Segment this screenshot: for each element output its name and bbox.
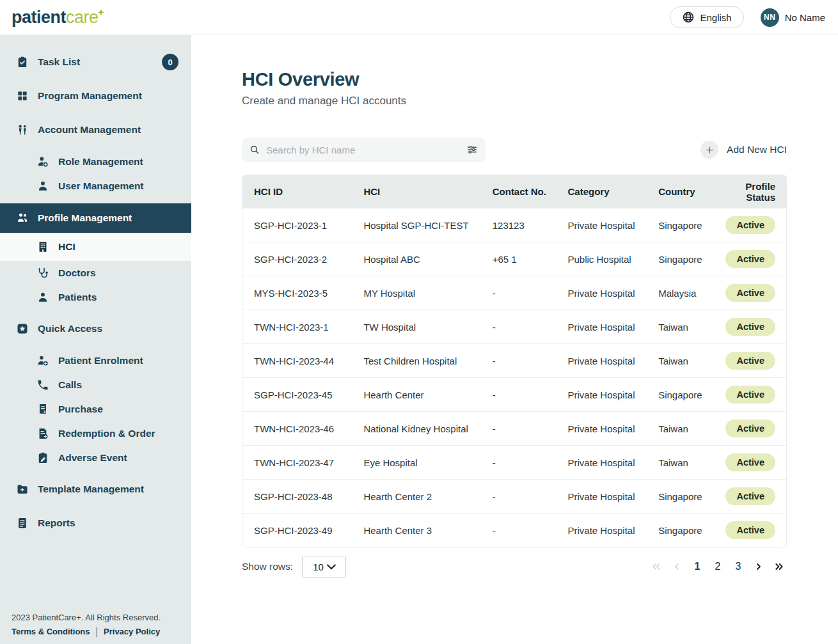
page-1-button[interactable]: 1 [690,559,705,574]
col-header-hci-id: HCI ID [242,175,352,208]
chevron-down-icon [325,563,338,570]
cell-category: Private Hospital [556,208,647,242]
cell-status: Active [714,479,786,513]
previous-page-button[interactable] [669,559,684,574]
report-document-icon [16,517,29,530]
cell-hci-id: MYS-HCI-2023-5 [242,276,352,310]
cell-hci-id: SGP-HCI-2023-1 [242,208,352,242]
cell-country: Taiwan [647,445,714,479]
sidebar-item-label: Program Management [38,90,142,102]
cell-hci-id: SGP-HCI-2023-45 [242,377,352,411]
table-row[interactable]: SGP-HCI-2023-1 Hospital SGP-HCI-TEST 123… [242,208,786,242]
sidebar-footer: 2023 PatientCare+. All Rights Reserved. … [12,611,161,639]
cell-contact: - [481,276,557,310]
cell-country: Taiwan [647,411,714,445]
sidebar-item-reports[interactable]: Reports [0,509,191,537]
col-header-country: Country [647,175,714,208]
cell-category: Private Hospital [556,310,647,343]
table-row[interactable]: SGP-HCI-2023-48 Hearth Center 2 - Privat… [242,479,786,513]
user-name: No Name [785,12,825,23]
terms-link[interactable]: Terms & Conditions [12,625,90,639]
sidebar-item-label: Patients [58,292,97,303]
sidebar-item-hci[interactable]: HCI [0,233,191,261]
globe-icon [682,12,695,23]
sidebar-item-label: Redemption & Order [58,428,155,439]
sidebar-item-patients[interactable]: Patients [0,285,191,310]
search-box [242,137,486,162]
table-row[interactable]: SGP-HCI-2023-2 Hospital ABC +65 1 Public… [242,242,786,276]
user-menu[interactable]: NN No Name [761,8,825,27]
sidebar-item-role-management[interactable]: Role Management [0,150,191,174]
sidebar-item-patient-enrolment[interactable]: Patient Enrolment [0,349,191,373]
first-page-button[interactable] [649,559,664,574]
sidebar-item-quick-access[interactable]: Quick Access [0,315,191,343]
cell-country: Singapore [647,208,714,242]
cell-category: Private Hospital [556,445,647,479]
cell-country: Singapore [647,479,714,513]
cell-hci-id: SGP-HCI-2023-49 [242,513,352,547]
cell-status: Active [714,310,786,343]
status-badge: Active [725,216,775,234]
page-title: HCI Overview [242,69,787,90]
sidebar-item-adverse-event[interactable]: Adverse Event [0,446,191,470]
language-button[interactable]: English [670,6,743,28]
cell-hci-name: TW Hospital [352,310,480,343]
cell-status: Active [714,445,786,479]
sidebar-item-template-management[interactable]: Template Management [0,475,191,503]
status-badge: Active [725,386,775,404]
table-row[interactable]: MYS-HCI-2023-5 MY Hospital - Private Hos… [242,276,786,310]
table-row[interactable]: TWN-HCI-2023-47 Eye Hospital - Private H… [242,445,786,479]
rows-per-page-value: 10 [313,562,324,572]
cell-hci-name: Test Children Hospital [352,343,480,377]
hci-table: HCI ID HCI Contact No. Category Country … [242,175,787,547]
status-badge: Active [725,487,775,505]
table-row[interactable]: TWN-HCI-2023-46 National Kidney Hospital… [242,411,786,445]
logo-part-care: care [66,8,99,27]
document-plus-icon [36,427,49,440]
cell-country: Singapore [647,242,714,276]
avatar: NN [761,8,779,27]
profile-people-icon [16,212,29,224]
table-row[interactable]: TWN-HCI-2023-44 Test Children Hospital -… [242,343,786,377]
cell-category: Private Hospital [556,343,647,377]
cell-hci-id: SGP-HCI-2023-48 [242,479,352,513]
toolbar: Add New HCI [242,137,787,162]
sidebar-item-label: Reports [38,517,75,529]
sidebar-item-calls[interactable]: Calls [0,373,191,397]
sidebar-item-redemption-order[interactable]: Redemption & Order [0,421,191,446]
cell-hci-name: Hearth Center 2 [352,479,480,513]
privacy-link[interactable]: Privacy Policy [104,625,160,639]
sidebar-item-account-management[interactable]: Account Management [0,116,191,144]
pagination: 1 2 3 [649,559,787,574]
rows-per-page-select[interactable]: 10 [302,556,346,577]
cell-hci-name: Eye Hospital [352,445,480,479]
cell-category: Private Hospital [556,513,647,547]
person-icon [36,180,49,192]
sidebar-item-profile-management[interactable]: Profile Management [0,203,191,233]
logo-plus-icon: + [99,6,104,17]
last-page-button[interactable] [771,559,787,574]
search-input[interactable] [242,137,486,162]
sidebar-item-user-management[interactable]: User Management [0,174,191,198]
page-3-button[interactable]: 3 [731,559,746,574]
sidebar-item-doctors[interactable]: Doctors [0,261,191,285]
sidebar-item-label: Doctors [58,267,96,279]
filter-sliders-icon[interactable] [466,144,478,155]
cell-status: Active [714,208,786,242]
sidebar-item-purchase[interactable]: $ Purchase [0,397,191,421]
clipboard-pen-icon [36,452,49,464]
cell-country: Singapore [647,513,714,547]
sidebar-item-task-list[interactable]: Task List 0 [0,48,191,76]
page-2-button[interactable]: 2 [710,559,725,574]
next-page-button[interactable] [751,559,766,574]
sidebar-item-program-management[interactable]: Program Management [0,82,191,110]
cell-hci-name: Hearth Center 3 [352,513,480,547]
table-row[interactable]: SGP-HCI-2023-49 Hearth Center 3 - Privat… [242,513,786,547]
table-row[interactable]: TWN-HCI-2023-1 TW Hospital - Private Hos… [242,310,786,343]
table-row[interactable]: SGP-HCI-2023-45 Hearth Center - Private … [242,377,786,411]
status-badge: Active [725,250,775,268]
add-new-hci-button[interactable]: Add New HCI [700,141,787,159]
person-icon [36,291,49,304]
stethoscope-icon [36,267,49,279]
col-header-contact: Contact No. [481,175,557,208]
